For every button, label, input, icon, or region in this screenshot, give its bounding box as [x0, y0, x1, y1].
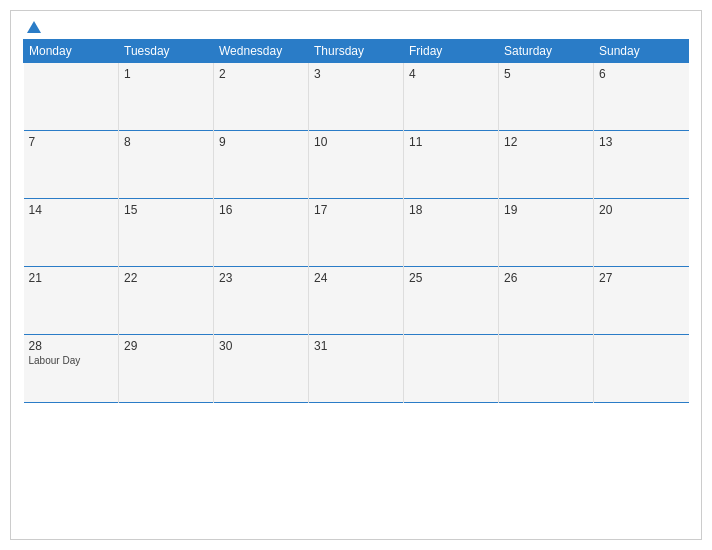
day-number: 10	[314, 135, 398, 149]
day-number: 25	[409, 271, 493, 285]
calendar-cell: 19	[499, 199, 594, 267]
calendar-cell: 28Labour Day	[24, 335, 119, 403]
calendar-cell: 27	[594, 267, 689, 335]
day-number: 19	[504, 203, 588, 217]
weekday-header-friday: Friday	[404, 40, 499, 63]
calendar-cell: 13	[594, 131, 689, 199]
day-number: 31	[314, 339, 398, 353]
calendar-cell: 26	[499, 267, 594, 335]
day-number: 15	[124, 203, 208, 217]
weekday-header-sunday: Sunday	[594, 40, 689, 63]
calendar-cell: 8	[119, 131, 214, 199]
week-row-1: 123456	[24, 63, 689, 131]
day-number: 5	[504, 67, 588, 81]
calendar-cell: 2	[214, 63, 309, 131]
weekday-header-saturday: Saturday	[499, 40, 594, 63]
calendar-cell: 29	[119, 335, 214, 403]
calendar-cell: 21	[24, 267, 119, 335]
day-number: 8	[124, 135, 208, 149]
day-number: 27	[599, 271, 684, 285]
calendar-cell: 9	[214, 131, 309, 199]
calendar-cell: 4	[404, 63, 499, 131]
calendar-cell: 14	[24, 199, 119, 267]
calendar-cell: 31	[309, 335, 404, 403]
calendar-cell: 1	[119, 63, 214, 131]
day-number: 24	[314, 271, 398, 285]
day-number: 26	[504, 271, 588, 285]
day-number: 29	[124, 339, 208, 353]
event-label: Labour Day	[29, 355, 114, 366]
day-number: 2	[219, 67, 303, 81]
day-number: 11	[409, 135, 493, 149]
calendar-cell: 20	[594, 199, 689, 267]
calendar-cell	[499, 335, 594, 403]
weekday-header-tuesday: Tuesday	[119, 40, 214, 63]
day-number: 30	[219, 339, 303, 353]
week-row-2: 78910111213	[24, 131, 689, 199]
calendar-cell: 30	[214, 335, 309, 403]
calendar-cell: 23	[214, 267, 309, 335]
weekday-header-monday: Monday	[24, 40, 119, 63]
calendar-cell	[24, 63, 119, 131]
day-number: 1	[124, 67, 208, 81]
day-number: 13	[599, 135, 684, 149]
calendar-cell: 15	[119, 199, 214, 267]
calendar-container: MondayTuesdayWednesdayThursdayFridaySatu…	[10, 10, 702, 540]
logo-triangle-icon	[27, 21, 41, 33]
week-row-3: 14151617181920	[24, 199, 689, 267]
day-number: 18	[409, 203, 493, 217]
day-number: 20	[599, 203, 684, 217]
day-number: 28	[29, 339, 114, 353]
calendar-cell	[594, 335, 689, 403]
day-number: 4	[409, 67, 493, 81]
calendar-table: MondayTuesdayWednesdayThursdayFridaySatu…	[23, 39, 689, 403]
calendar-cell: 7	[24, 131, 119, 199]
calendar-cell: 5	[499, 63, 594, 131]
calendar-cell: 17	[309, 199, 404, 267]
calendar-cell: 24	[309, 267, 404, 335]
calendar-cell: 10	[309, 131, 404, 199]
weekday-header-thursday: Thursday	[309, 40, 404, 63]
calendar-cell: 6	[594, 63, 689, 131]
day-number: 6	[599, 67, 684, 81]
day-number: 7	[29, 135, 114, 149]
day-number: 14	[29, 203, 114, 217]
calendar-cell: 3	[309, 63, 404, 131]
day-number: 12	[504, 135, 588, 149]
logo	[23, 21, 41, 33]
day-number: 17	[314, 203, 398, 217]
day-number: 9	[219, 135, 303, 149]
week-row-5: 28Labour Day293031	[24, 335, 689, 403]
calendar-cell: 22	[119, 267, 214, 335]
calendar-cell: 18	[404, 199, 499, 267]
day-number: 3	[314, 67, 398, 81]
weekday-header-wednesday: Wednesday	[214, 40, 309, 63]
day-number: 23	[219, 271, 303, 285]
day-number: 21	[29, 271, 114, 285]
calendar-cell	[404, 335, 499, 403]
day-number: 16	[219, 203, 303, 217]
calendar-cell: 12	[499, 131, 594, 199]
calendar-header	[23, 21, 689, 33]
calendar-cell: 25	[404, 267, 499, 335]
day-number: 22	[124, 271, 208, 285]
calendar-cell: 11	[404, 131, 499, 199]
calendar-cell: 16	[214, 199, 309, 267]
week-row-4: 21222324252627	[24, 267, 689, 335]
weekday-header-row: MondayTuesdayWednesdayThursdayFridaySatu…	[24, 40, 689, 63]
